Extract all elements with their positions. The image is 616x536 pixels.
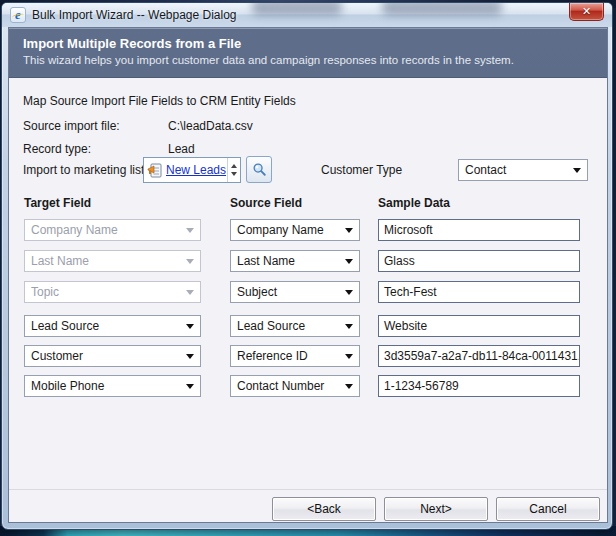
- target-field-value: Topic: [31, 285, 59, 299]
- dropdown-arrow-icon: [186, 290, 194, 295]
- dropdown-arrow-icon: [186, 228, 194, 233]
- next-button[interactable]: Next>: [384, 497, 488, 521]
- footer-divider: [9, 489, 607, 490]
- target-field-select: Company Name: [24, 219, 201, 241]
- dropdown-arrow-icon: [186, 259, 194, 264]
- page-subtitle: This wizard helps you import customer da…: [23, 54, 607, 66]
- marketing-list-label: Import to marketing list:: [23, 163, 148, 177]
- dropdown-arrow-icon: [345, 290, 353, 295]
- source-field-select[interactable]: Subject: [230, 281, 360, 303]
- sample-data-value: Tech-Fest: [384, 285, 437, 299]
- source-field-value: Contact Number: [237, 379, 324, 393]
- sample-data-field[interactable]: Glass: [378, 250, 580, 272]
- target-field-select: Topic: [24, 281, 201, 303]
- dropdown-arrow-icon: [573, 168, 581, 173]
- target-field-value: Lead Source: [31, 319, 99, 333]
- sample-data-value: Website: [384, 319, 427, 333]
- target-field-select[interactable]: Lead Source: [24, 315, 201, 337]
- dropdown-arrow-icon: [345, 324, 353, 329]
- desktop: { "window": { "title": "Bulk Import Wiza…: [0, 0, 616, 536]
- dropdown-arrow-icon: [186, 384, 194, 389]
- source-field-select[interactable]: Last Name: [230, 250, 360, 272]
- target-field-value: Customer: [31, 349, 83, 363]
- record-type-label: Record type:: [23, 142, 91, 156]
- target-field-value: Company Name: [31, 223, 118, 237]
- marketing-list-icon: [147, 162, 163, 178]
- sample-data-field[interactable]: 3d3559a7-a2a7-db11-84ca-0011431...: [378, 345, 580, 367]
- lookup-spinner[interactable]: [227, 158, 240, 182]
- ie-icon: e: [10, 7, 26, 23]
- sample-data-field[interactable]: Tech-Fest: [378, 281, 580, 303]
- source-field-value: Company Name: [237, 223, 324, 237]
- sample-data-field[interactable]: Website: [378, 315, 580, 337]
- wizard-header: Import Multiple Records from a File This…: [9, 28, 607, 78]
- marketing-list-link[interactable]: New Leads: [166, 163, 226, 177]
- dropdown-arrow-icon: [345, 354, 353, 359]
- dropdown-arrow-icon: [345, 384, 353, 389]
- source-field-select[interactable]: Company Name: [230, 219, 360, 241]
- customer-type-value: Contact: [465, 163, 506, 177]
- source-file-label: Source import file:: [23, 119, 120, 133]
- sample-data-value: 3d3559a7-a2a7-db11-84ca-0011431...: [384, 349, 580, 363]
- dropdown-arrow-icon: [186, 354, 194, 359]
- source-file-value: C:\leadData.csv: [168, 119, 253, 133]
- dropdown-arrow-icon: [345, 228, 353, 233]
- map-heading: Map Source Import File Fields to CRM Ent…: [23, 94, 296, 108]
- close-icon[interactable]: ✕: [569, 3, 604, 21]
- dialog-content: Import Multiple Records from a File This…: [8, 27, 608, 523]
- sample-data-field[interactable]: 1-1234-56789: [378, 375, 580, 397]
- sample-data-field[interactable]: Microsoft: [378, 219, 580, 241]
- target-field-value: Mobile Phone: [31, 379, 104, 393]
- sample-data-value: 1-1234-56789: [384, 379, 459, 393]
- magnifier-icon: [252, 162, 267, 177]
- target-field-value: Last Name: [31, 254, 89, 268]
- target-field-select: Last Name: [24, 250, 201, 272]
- source-field-select[interactable]: Contact Number: [230, 375, 360, 397]
- spinner-down-icon[interactable]: [231, 172, 237, 176]
- sample-data-value: Microsoft: [384, 223, 433, 237]
- target-field-select[interactable]: Mobile Phone: [24, 375, 201, 397]
- column-header-source: Source Field: [230, 196, 360, 210]
- window-title: Bulk Import Wizard -- Webpage Dialog: [32, 8, 237, 22]
- source-field-value: Reference ID: [237, 349, 308, 363]
- glass-reflection: [382, 3, 502, 15]
- dropdown-arrow-icon: [186, 324, 194, 329]
- bulk-import-wizard-dialog: e Bulk Import Wizard -- Webpage Dialog ✕…: [1, 2, 613, 530]
- glass-reflection: [252, 3, 342, 15]
- dropdown-arrow-icon: [345, 259, 353, 264]
- record-type-value: Lead: [168, 142, 195, 156]
- footer-buttons: <Back Next> Cancel: [272, 497, 600, 521]
- marketing-list-lookup[interactable]: New Leads: [143, 157, 241, 183]
- page-title: Import Multiple Records from a File: [23, 36, 607, 51]
- cancel-button[interactable]: Cancel: [496, 497, 600, 521]
- spinner-up-icon[interactable]: [231, 164, 237, 168]
- sample-data-value: Glass: [384, 254, 415, 268]
- title-bar[interactable]: e Bulk Import Wizard -- Webpage Dialog ✕: [2, 3, 612, 27]
- source-field-select[interactable]: Reference ID: [230, 345, 360, 367]
- customer-type-select[interactable]: Contact: [458, 159, 588, 181]
- lookup-search-button[interactable]: [246, 156, 272, 183]
- source-field-value: Lead Source: [237, 319, 305, 333]
- source-field-select[interactable]: Lead Source: [230, 315, 360, 337]
- column-header-target: Target Field: [24, 196, 201, 210]
- customer-type-label: Customer Type: [321, 163, 402, 177]
- source-field-value: Last Name: [237, 254, 295, 268]
- target-field-select[interactable]: Customer: [24, 345, 201, 367]
- column-header-sample: Sample Data: [378, 196, 580, 210]
- source-field-value: Subject: [237, 285, 277, 299]
- back-button[interactable]: <Back: [272, 497, 376, 521]
